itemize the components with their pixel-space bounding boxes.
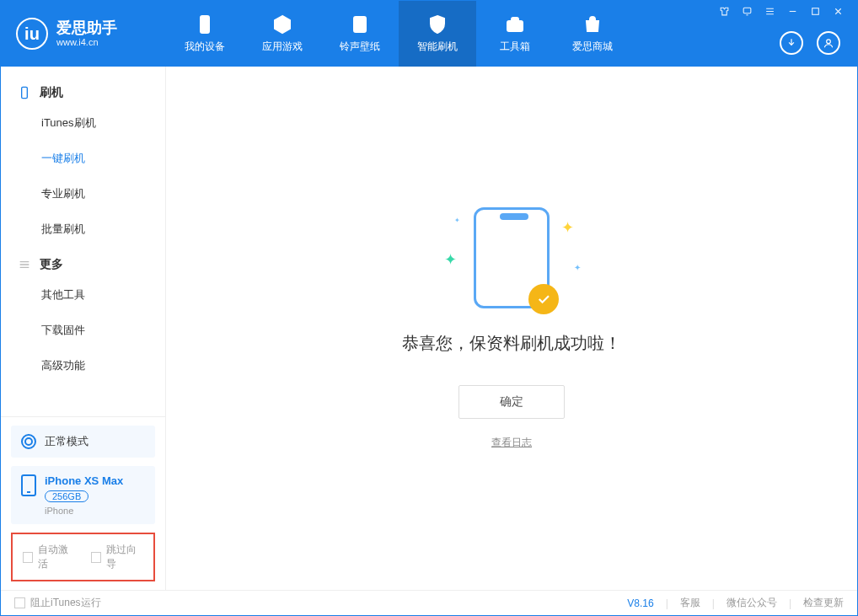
section-title: 刷机 xyxy=(40,85,63,100)
shield-icon xyxy=(427,14,448,35)
menu-icon[interactable] xyxy=(764,6,775,17)
window-controls xyxy=(719,1,847,17)
header-right xyxy=(719,1,847,67)
mode-box[interactable]: 正常模式 xyxy=(11,426,155,458)
success-badge xyxy=(528,284,559,314)
logo-icon: iu xyxy=(16,18,48,50)
checkbox-label: 自动激活 xyxy=(38,543,75,571)
bag-icon xyxy=(582,14,603,35)
sidebar-item-pro-flash[interactable]: 专业刷机 xyxy=(1,176,165,212)
divider: | xyxy=(666,597,668,609)
svg-rect-7 xyxy=(22,87,28,98)
sidebar-item-other-tools[interactable]: 其他工具 xyxy=(1,277,165,313)
nav-store[interactable]: 爱思商城 xyxy=(554,1,631,67)
checkbox-icon xyxy=(14,597,25,608)
checkbox-icon xyxy=(91,552,101,563)
header: iu 爱思助手 www.i4.cn 我的设备 应用游戏 铃声壁纸 智能刷机 工具… xyxy=(1,1,857,67)
divider: | xyxy=(712,597,715,609)
user-button[interactable] xyxy=(817,31,840,55)
sidebar-item-download-firmware[interactable]: 下载固件 xyxy=(1,313,165,348)
sparkle-icon: ✦ xyxy=(454,217,460,224)
nav-label: 工具箱 xyxy=(500,40,530,54)
feedback-icon[interactable] xyxy=(742,6,753,17)
check-icon xyxy=(536,292,551,307)
svg-point-1 xyxy=(204,29,206,30)
checkbox-label: 跳过向导 xyxy=(106,543,143,571)
version-label: V8.16 xyxy=(627,597,653,609)
mode-label: 正常模式 xyxy=(45,434,88,449)
nav-smart-flash[interactable]: 智能刷机 xyxy=(399,1,476,67)
app-subtitle: www.i4.cn xyxy=(56,37,117,47)
download-icon xyxy=(786,37,797,49)
svg-rect-5 xyxy=(812,8,819,15)
nav-ringtones-wallpapers[interactable]: 铃声壁纸 xyxy=(321,1,399,67)
section-title: 更多 xyxy=(40,257,63,272)
device-name: iPhone XS Max xyxy=(45,474,123,487)
download-button[interactable] xyxy=(780,31,803,55)
phone-illustration: ✦ ✦ ✦ ✦ xyxy=(474,207,550,308)
checkbox-icon xyxy=(23,552,33,563)
sparkle-icon: ✦ xyxy=(561,218,574,237)
device-type: iPhone xyxy=(45,506,123,516)
ok-button[interactable]: 确定 xyxy=(458,385,565,419)
mode-icon xyxy=(21,434,36,449)
footer-link-wechat[interactable]: 微信公众号 xyxy=(727,596,777,610)
nav-label: 智能刷机 xyxy=(417,40,458,54)
sidebar-item-onekey-flash[interactable]: 一键刷机 xyxy=(1,141,165,176)
nav-label: 应用游戏 xyxy=(262,40,303,54)
device-box[interactable]: iPhone XS Max 256GB iPhone xyxy=(11,466,155,524)
footer: 阻止iTunes运行 V8.16 | 客服 | 微信公众号 | 检查更新 xyxy=(1,590,857,615)
sidebar-bottom: 正常模式 iPhone XS Max 256GB iPhone 自动激活 跳过向… xyxy=(1,416,165,590)
checkbox-auto-activate[interactable]: 自动激活 xyxy=(23,543,76,571)
svg-rect-4 xyxy=(743,8,751,13)
logo-area[interactable]: iu 爱思助手 www.i4.cn xyxy=(1,18,166,50)
options-highlight-box: 自动激活 跳过向导 xyxy=(11,533,155,581)
checkbox-skip-guide[interactable]: 跳过向导 xyxy=(91,543,144,571)
nav-my-device[interactable]: 我的设备 xyxy=(166,1,244,67)
body: 刷机 iTunes刷机 一键刷机 专业刷机 批量刷机 更多 其他工具 下载固件 … xyxy=(1,67,857,590)
user-controls xyxy=(719,31,847,67)
nav-label: 铃声壁纸 xyxy=(340,40,380,54)
checkbox-block-itunes[interactable]: 阻止iTunes运行 xyxy=(14,596,101,610)
sparkle-icon: ✦ xyxy=(574,263,581,272)
sidebar-item-itunes-flash[interactable]: iTunes刷机 xyxy=(1,105,165,141)
nav-toolbox[interactable]: 工具箱 xyxy=(476,1,554,67)
minimize-icon[interactable] xyxy=(787,6,798,17)
user-icon xyxy=(823,37,834,49)
skin-icon[interactable] xyxy=(719,6,730,17)
view-log-link[interactable]: 查看日志 xyxy=(491,436,532,450)
footer-right: V8.16 | 客服 | 微信公众号 | 检查更新 xyxy=(627,596,844,610)
nav: 我的设备 应用游戏 铃声壁纸 智能刷机 工具箱 爱思商城 xyxy=(166,1,631,67)
device-icon xyxy=(21,474,36,496)
sidebar-section-more[interactable]: 更多 xyxy=(1,247,165,277)
checkbox-label: 阻止iTunes运行 xyxy=(30,596,101,610)
sidebar-item-advanced[interactable]: 高级功能 xyxy=(1,348,165,383)
device-storage: 256GB xyxy=(45,490,88,502)
sidebar-item-batch-flash[interactable]: 批量刷机 xyxy=(1,212,165,247)
sidebar: 刷机 iTunes刷机 一键刷机 专业刷机 批量刷机 更多 其他工具 下载固件 … xyxy=(1,67,166,590)
sidebar-section-flash[interactable]: 刷机 xyxy=(1,75,165,105)
divider: | xyxy=(789,597,791,609)
success-message: 恭喜您，保资料刷机成功啦！ xyxy=(402,332,621,355)
phone-icon xyxy=(18,86,31,99)
close-icon[interactable] xyxy=(833,6,844,17)
maximize-icon[interactable] xyxy=(810,6,821,17)
list-icon xyxy=(18,258,31,271)
footer-link-service[interactable]: 客服 xyxy=(680,596,700,610)
sidebar-scroll: 刷机 iTunes刷机 一键刷机 专业刷机 批量刷机 更多 其他工具 下载固件 … xyxy=(1,67,165,416)
footer-link-update[interactable]: 检查更新 xyxy=(803,596,844,610)
app-title: 爱思助手 xyxy=(56,20,117,37)
nav-label: 爱思商城 xyxy=(572,40,613,54)
logo-text: 爱思助手 www.i4.cn xyxy=(56,20,117,47)
music-file-icon xyxy=(350,14,370,35)
nav-apps-games[interactable]: 应用游戏 xyxy=(244,1,321,67)
main-content: ✦ ✦ ✦ ✦ 恭喜您，保资料刷机成功啦！ 确定 查看日志 xyxy=(166,67,857,590)
nav-label: 我的设备 xyxy=(185,40,225,54)
device-info: iPhone XS Max 256GB iPhone xyxy=(45,474,123,516)
cube-icon xyxy=(272,14,292,35)
device-icon xyxy=(195,14,215,35)
toolbox-icon xyxy=(505,14,525,35)
sparkle-icon: ✦ xyxy=(444,250,457,269)
svg-point-6 xyxy=(827,40,831,44)
